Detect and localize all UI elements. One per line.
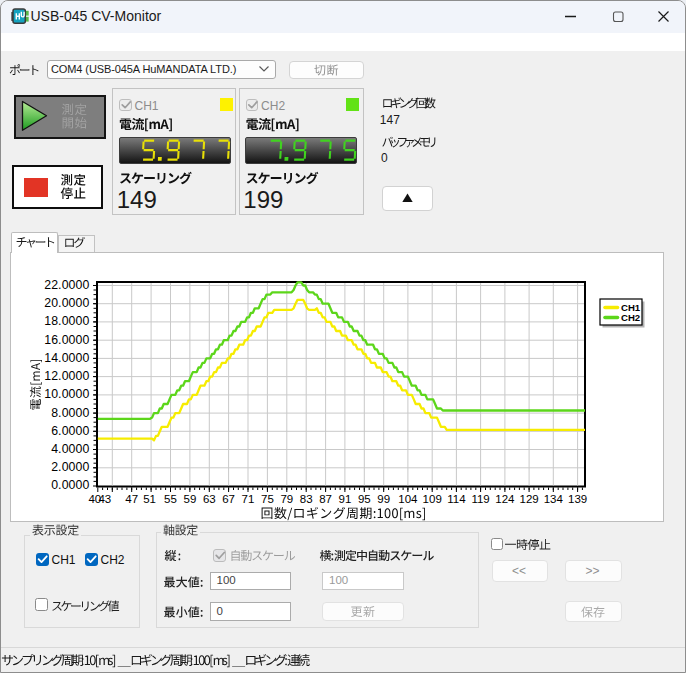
svg-text:109: 109	[423, 493, 442, 505]
svg-text:104: 104	[398, 493, 418, 505]
svg-text:79: 79	[280, 493, 293, 505]
svg-text:43: 43	[98, 493, 111, 505]
svg-text:55: 55	[164, 493, 177, 505]
svg-text:63: 63	[203, 493, 216, 505]
svg-text:20.0000: 20.0000	[44, 296, 89, 310]
svg-text:67: 67	[222, 493, 235, 505]
svg-text:83: 83	[300, 493, 313, 505]
svg-text:91: 91	[339, 493, 352, 505]
svg-text:51: 51	[143, 493, 156, 505]
svg-text:14.0000: 14.0000	[44, 351, 89, 365]
svg-text:22.0000: 22.0000	[44, 278, 89, 292]
svg-text:114: 114	[447, 493, 466, 505]
svg-text:95: 95	[358, 493, 371, 505]
svg-text:16.0000: 16.0000	[44, 333, 89, 347]
svg-text:12.0000: 12.0000	[44, 369, 89, 383]
svg-text:99: 99	[377, 493, 390, 505]
svg-text:8.0000: 8.0000	[51, 406, 89, 420]
svg-text:134: 134	[544, 493, 564, 505]
svg-text:71: 71	[242, 493, 255, 505]
svg-text:6.0000: 6.0000	[51, 424, 89, 438]
svg-text:87: 87	[319, 493, 332, 505]
svg-text:4.0000: 4.0000	[51, 442, 89, 456]
svg-text:47: 47	[125, 493, 138, 505]
svg-text:124: 124	[495, 493, 515, 505]
svg-text:18.0000: 18.0000	[44, 314, 89, 328]
svg-text:10.0000: 10.0000	[44, 387, 89, 401]
svg-text:75: 75	[261, 493, 274, 505]
svg-text:59: 59	[184, 493, 197, 505]
svg-text:139: 139	[568, 493, 587, 505]
svg-text:2.0000: 2.0000	[51, 460, 89, 474]
svg-text:129: 129	[520, 493, 539, 505]
svg-text:119: 119	[471, 493, 489, 505]
svg-text:CH2: CH2	[621, 312, 640, 323]
svg-text:0.0000: 0.0000	[51, 478, 89, 492]
